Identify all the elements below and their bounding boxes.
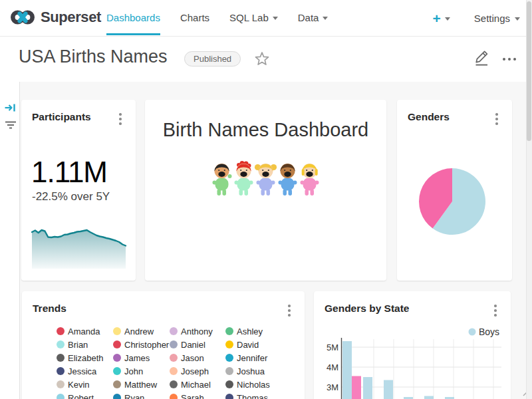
page-scrollbar-thumb[interactable] bbox=[527, 1, 531, 141]
legend-label: Daniel bbox=[181, 340, 205, 350]
legend-dot bbox=[113, 354, 121, 362]
legend-label: Thomas bbox=[237, 393, 268, 399]
legend-dot bbox=[170, 380, 178, 388]
star-icon bbox=[255, 52, 269, 66]
more-actions-button[interactable] bbox=[503, 58, 516, 61]
sparkline-area bbox=[32, 230, 126, 269]
kebab-menu-icon[interactable] bbox=[115, 113, 126, 128]
new-dropdown-button[interactable]: + bbox=[433, 11, 450, 25]
legend-item-anthony[interactable]: Anthony bbox=[170, 325, 225, 338]
legend-label: James bbox=[124, 353, 150, 363]
legend-dot bbox=[57, 327, 65, 335]
filter-bar-collapsed bbox=[0, 82, 20, 399]
settings-dropdown-button[interactable]: Settings bbox=[474, 13, 520, 24]
legend-item-ashley[interactable]: Ashley bbox=[225, 325, 292, 338]
expand-filter-bar-button[interactable] bbox=[4, 102, 17, 116]
caret-down-icon bbox=[445, 17, 450, 21]
y-axis-tick: 5M bbox=[327, 342, 338, 352]
bar-boys bbox=[363, 377, 372, 399]
genders-pie-chart[interactable] bbox=[416, 165, 489, 238]
genders-card: Genders bbox=[397, 100, 512, 281]
main-nav: Dashboards Charts SQL Lab Data bbox=[106, 1, 328, 35]
kebab-menu-icon[interactable] bbox=[490, 305, 501, 319]
legend-item-sarah[interactable]: Sarah bbox=[170, 391, 225, 399]
legend-label: Joshua bbox=[237, 366, 265, 376]
legend-item-jason[interactable]: Jason bbox=[170, 351, 225, 364]
page-scrollbar-track[interactable] bbox=[526, 0, 532, 399]
legend-label: Sarah bbox=[181, 393, 204, 399]
legend-dot bbox=[57, 340, 65, 348]
big-number-subheader: -22.5% over 5Y bbox=[32, 190, 110, 203]
caret-down-icon bbox=[273, 17, 278, 20]
legend-label: David bbox=[237, 340, 259, 350]
legend-item-nicholas[interactable]: Nicholas bbox=[225, 378, 292, 391]
nav-item-dashboards[interactable]: Dashboards bbox=[106, 1, 160, 35]
legend-item-james[interactable]: James bbox=[113, 351, 170, 364]
legend-item-elizabeth[interactable]: Elizabeth bbox=[57, 351, 113, 364]
legend-dot bbox=[113, 327, 121, 335]
legend-item-kevin[interactable]: Kevin bbox=[57, 378, 113, 391]
legend-item-jennifer[interactable]: Jennifer bbox=[225, 351, 292, 364]
participants-card: Participants 1.11M -22.5% over 5Y bbox=[21, 100, 136, 281]
published-badge[interactable]: Published bbox=[184, 51, 241, 66]
legend-label: Ashley bbox=[237, 327, 263, 336]
caret-down-icon bbox=[323, 17, 328, 20]
superset-logo[interactable]: Superset bbox=[11, 9, 101, 26]
legend-label: Ryan bbox=[124, 393, 144, 399]
favorite-star-button[interactable] bbox=[255, 52, 269, 68]
expand-filter-bar-icon bbox=[4, 102, 17, 114]
filter-list-icon bbox=[4, 120, 17, 130]
nav-item-data[interactable]: Data bbox=[298, 1, 329, 35]
legend-item-matthew[interactable]: Matthew bbox=[113, 378, 170, 391]
nav-label: SQL Lab bbox=[229, 12, 269, 23]
nav-label: Data bbox=[298, 12, 319, 23]
legend-item-joseph[interactable]: Joseph bbox=[170, 364, 225, 378]
legend-item-david[interactable]: David bbox=[225, 338, 292, 351]
markdown-header-card: Birth Names Dashboard bbox=[145, 100, 386, 281]
kid-figure bbox=[255, 164, 277, 196]
legend-item-thomas[interactable]: Thomas bbox=[225, 391, 292, 399]
legend-label: Christopher bbox=[124, 340, 169, 350]
legend-dot bbox=[225, 367, 233, 375]
card-title: Genders by State bbox=[325, 303, 410, 315]
legend-dot bbox=[225, 327, 233, 335]
participants-sparkline-chart[interactable] bbox=[29, 226, 129, 273]
legend-item-joshua[interactable]: Joshua bbox=[225, 364, 292, 378]
legend-item-andrew[interactable]: Andrew bbox=[113, 325, 170, 338]
bar-girls bbox=[352, 376, 361, 399]
legend-dot bbox=[225, 380, 233, 388]
superset-dashboard-page: Superset Dashboards Charts SQL Lab Data … bbox=[0, 0, 532, 399]
filter-list-button[interactable] bbox=[4, 120, 17, 133]
legend-item-brian[interactable]: Brian bbox=[57, 338, 113, 351]
settings-label: Settings bbox=[474, 13, 510, 24]
legend-label: Elizabeth bbox=[68, 353, 103, 363]
legend-item-christopher[interactable]: Christopher bbox=[113, 338, 170, 351]
kebab-menu-icon[interactable] bbox=[491, 113, 502, 128]
legend-item-amanda[interactable]: Amanda bbox=[57, 325, 113, 338]
legend-dot bbox=[225, 394, 233, 399]
legend-item-john[interactable]: John bbox=[113, 364, 170, 378]
legend-label: Robert bbox=[68, 393, 94, 399]
nav-label: Dashboards bbox=[106, 12, 160, 23]
big-number-value: 1.11M bbox=[31, 156, 107, 189]
header-right: + Settings bbox=[433, 0, 520, 37]
bar-boys bbox=[384, 380, 393, 399]
legend-dot bbox=[170, 354, 178, 362]
nav-item-charts[interactable]: Charts bbox=[180, 1, 209, 35]
legend-item-robert[interactable]: Robert bbox=[57, 391, 113, 399]
kids-illustration bbox=[211, 161, 321, 198]
legend-item-jessica[interactable]: Jessica bbox=[57, 364, 113, 378]
trends-legend: AmandaAndrewAnthonyAshleyBrianChristophe… bbox=[57, 325, 292, 399]
bar-boys bbox=[424, 396, 434, 399]
kebab-menu-icon[interactable] bbox=[284, 305, 295, 319]
nav-item-sql-lab[interactable]: SQL Lab bbox=[229, 1, 278, 35]
dashboard-title-bar: USA Births Names Published bbox=[0, 37, 532, 82]
legend-item-ryan[interactable]: Ryan bbox=[113, 391, 170, 399]
kid-figure bbox=[213, 164, 232, 196]
legend-item-michael[interactable]: Michael bbox=[170, 378, 225, 391]
dot bbox=[513, 58, 516, 61]
legend-dot bbox=[170, 367, 178, 375]
edit-dashboard-button[interactable] bbox=[473, 49, 489, 69]
legend-dot bbox=[113, 340, 121, 348]
legend-item-daniel[interactable]: Daniel bbox=[170, 338, 225, 351]
